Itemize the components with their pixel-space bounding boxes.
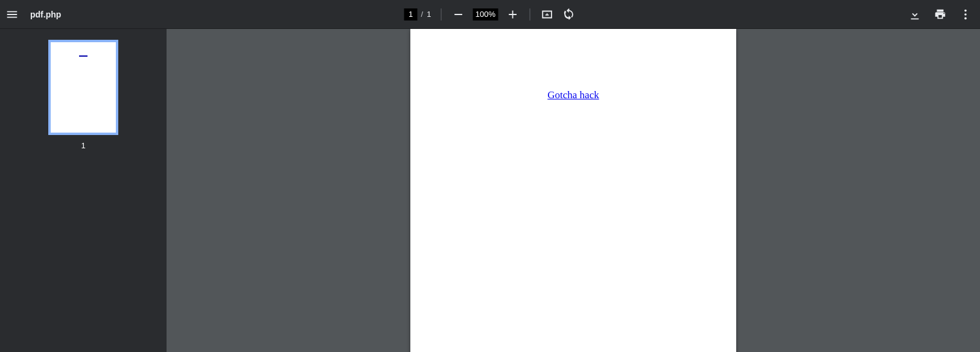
zoom-out-icon[interactable] [451, 7, 465, 22]
page-number-input[interactable] [404, 8, 418, 20]
page-thumbnail[interactable] [48, 40, 118, 135]
total-pages: 1 [427, 10, 431, 19]
page-separator: / [421, 10, 424, 19]
more-vert-icon[interactable] [958, 7, 973, 22]
page-indicator: / 1 [404, 8, 431, 20]
toolbar-separator [441, 8, 441, 20]
thumbnail-item[interactable]: 1 [48, 40, 118, 150]
download-icon[interactable] [908, 7, 922, 22]
document-title: pdf.php [30, 10, 61, 19]
fit-to-page-icon[interactable] [539, 7, 554, 22]
document-page: Gotcha hack [410, 29, 736, 352]
thumbnail-link-mark [79, 55, 88, 57]
svg-point-2 [964, 17, 967, 19]
thumbnail-sidebar[interactable]: 1 [0, 29, 167, 352]
pdf-toolbar: pdf.php / 1 [0, 0, 980, 29]
thumbnail-page-number: 1 [81, 141, 85, 150]
zoom-in-icon[interactable] [505, 7, 520, 22]
menu-icon[interactable] [5, 7, 19, 22]
zoom-level-input[interactable] [472, 8, 498, 20]
svg-point-0 [964, 9, 967, 11]
print-icon[interactable] [933, 7, 947, 22]
toolbar-separator [529, 8, 530, 20]
document-hyperlink[interactable]: Gotcha hack [547, 89, 599, 101]
rotate-icon[interactable] [561, 7, 576, 22]
svg-point-1 [964, 13, 967, 16]
body-area: 1 Gotcha hack [0, 29, 980, 352]
document-viewer[interactable]: Gotcha hack [167, 29, 980, 352]
